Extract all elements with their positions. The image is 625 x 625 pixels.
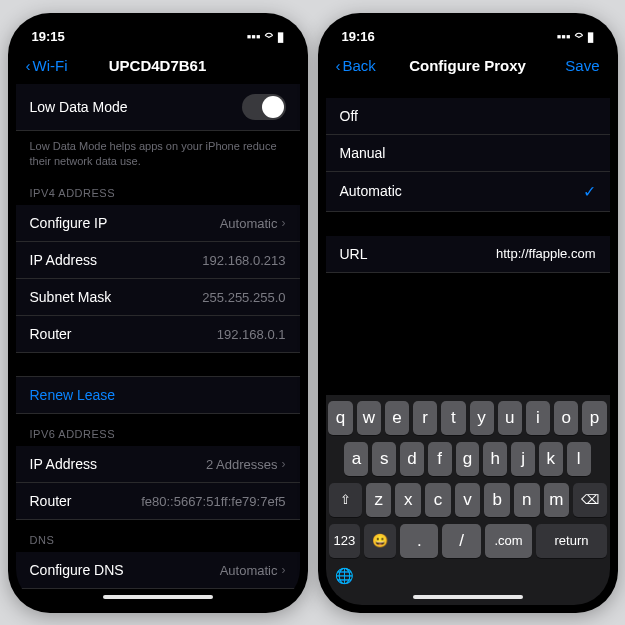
- back-button[interactable]: ‹ Wi-Fi: [26, 57, 68, 74]
- nav-bar: ‹ Wi-Fi UPCD4D7B61: [16, 48, 300, 84]
- chevron-right-icon: ›: [282, 216, 286, 230]
- key-dot[interactable]: .: [400, 524, 438, 558]
- option-label: Off: [340, 108, 358, 124]
- wifi-icon: ⌔: [265, 29, 273, 44]
- option-manual[interactable]: Manual: [326, 135, 610, 172]
- low-data-footer: Low Data Mode helps apps on your iPhone …: [16, 131, 300, 174]
- key-return[interactable]: return: [536, 524, 606, 558]
- wifi-icon: ⌔: [575, 29, 583, 44]
- row-value: Automatic›: [220, 216, 286, 231]
- key-q[interactable]: q: [328, 401, 352, 435]
- router-row: Router 192.168.0.1: [16, 316, 300, 353]
- key-dotcom[interactable]: .com: [485, 524, 533, 558]
- key-x[interactable]: x: [395, 483, 421, 517]
- key-slash[interactable]: /: [442, 524, 480, 558]
- low-data-label: Low Data Mode: [30, 99, 128, 115]
- key-r[interactable]: r: [413, 401, 437, 435]
- row-value: Automatic›: [220, 563, 286, 578]
- page-title: UPCD4D7B61: [109, 57, 207, 74]
- key-v[interactable]: v: [455, 483, 481, 517]
- chevron-left-icon: ‹: [26, 57, 31, 74]
- row-label: Subnet Mask: [30, 289, 112, 305]
- row-label: IP Address: [30, 252, 97, 268]
- key-c[interactable]: c: [425, 483, 451, 517]
- screen-left: 19:15 ▪▪▪ ⌔ ▮ ‹ Wi-Fi UPCD4D7B61 Low Dat…: [16, 21, 300, 605]
- key-t[interactable]: t: [441, 401, 465, 435]
- key-k[interactable]: k: [539, 442, 563, 476]
- key-u[interactable]: u: [498, 401, 522, 435]
- signal-icon: ▪▪▪: [557, 29, 571, 44]
- ipv6-router-row: Router fe80::5667:51ff:fe79:7ef5: [16, 483, 300, 520]
- key-l[interactable]: l: [567, 442, 591, 476]
- key-h[interactable]: h: [483, 442, 507, 476]
- keyboard-row-2: a s d f g h j k l: [329, 442, 607, 476]
- save-button[interactable]: Save: [565, 57, 599, 74]
- dns-header: DNS: [16, 520, 300, 552]
- renew-lease-button[interactable]: Renew Lease: [16, 377, 300, 414]
- key-b[interactable]: b: [484, 483, 510, 517]
- url-row[interactable]: URL http://ffapple.com: [326, 236, 610, 273]
- keyboard-row-1: q w e r t y u i o p: [329, 401, 607, 435]
- key-s[interactable]: s: [372, 442, 396, 476]
- key-emoji[interactable]: 😀: [364, 524, 396, 558]
- status-icons: ▪▪▪ ⌔ ▮: [247, 29, 284, 44]
- key-g[interactable]: g: [456, 442, 480, 476]
- signal-icon: ▪▪▪: [247, 29, 261, 44]
- globe-icon[interactable]: 🌐: [329, 565, 607, 585]
- spacer: [16, 353, 300, 377]
- ipv6-header: IPV6 ADDRESS: [16, 414, 300, 446]
- key-m[interactable]: m: [544, 483, 570, 517]
- row-label: Configure DNS: [30, 562, 124, 578]
- key-shift[interactable]: ⇧: [329, 483, 362, 517]
- subnet-mask-row: Subnet Mask 255.255.255.0: [16, 279, 300, 316]
- row-value: 192.168.0.213: [202, 253, 285, 268]
- url-input[interactable]: http://ffapple.com: [496, 246, 596, 261]
- chevron-left-icon: ‹: [336, 57, 341, 74]
- key-d[interactable]: d: [400, 442, 424, 476]
- check-icon: ✓: [583, 182, 596, 201]
- option-label: Manual: [340, 145, 386, 161]
- phone-right: 19:16 ▪▪▪ ⌔ ▮ ‹ Back Configure Proxy Sav…: [318, 13, 618, 613]
- option-label: Automatic: [340, 183, 402, 199]
- home-indicator[interactable]: [103, 595, 213, 599]
- key-backspace[interactable]: ⌫: [573, 483, 606, 517]
- renew-lease-label: Renew Lease: [30, 387, 116, 403]
- key-i[interactable]: i: [526, 401, 550, 435]
- key-j[interactable]: j: [511, 442, 535, 476]
- key-y[interactable]: y: [470, 401, 494, 435]
- row-value: 192.168.0.1: [217, 327, 286, 342]
- key-a[interactable]: a: [344, 442, 368, 476]
- battery-icon: ▮: [277, 29, 284, 44]
- key-p[interactable]: p: [582, 401, 606, 435]
- settings-list[interactable]: Low Data Mode Low Data Mode helps apps o…: [16, 84, 300, 605]
- nav-bar: ‹ Back Configure Proxy Save: [326, 48, 610, 84]
- key-w[interactable]: w: [357, 401, 381, 435]
- key-n[interactable]: n: [514, 483, 540, 517]
- row-value: fe80::5667:51ff:fe79:7ef5: [141, 494, 285, 509]
- key-f[interactable]: f: [428, 442, 452, 476]
- option-automatic[interactable]: Automatic ✓: [326, 172, 610, 212]
- home-indicator[interactable]: [413, 595, 523, 599]
- url-label: URL: [340, 246, 368, 262]
- option-off[interactable]: Off: [326, 98, 610, 135]
- battery-icon: ▮: [587, 29, 594, 44]
- key-z[interactable]: z: [366, 483, 392, 517]
- key-e[interactable]: e: [385, 401, 409, 435]
- key-o[interactable]: o: [554, 401, 578, 435]
- page-title: Configure Proxy: [409, 57, 526, 74]
- row-value: 255.255.255.0: [202, 290, 285, 305]
- configure-ip-row[interactable]: Configure IP Automatic›: [16, 205, 300, 242]
- back-button[interactable]: ‹ Back: [336, 57, 376, 74]
- ip-address-row: IP Address 192.168.0.213: [16, 242, 300, 279]
- key-123[interactable]: 123: [329, 524, 361, 558]
- chevron-right-icon: ›: [282, 457, 286, 471]
- ipv4-header: IPV4 ADDRESS: [16, 173, 300, 205]
- row-label: Router: [30, 326, 72, 342]
- back-label: Wi-Fi: [33, 57, 68, 74]
- phone-left: 19:15 ▪▪▪ ⌔ ▮ ‹ Wi-Fi UPCD4D7B61 Low Dat…: [8, 13, 308, 613]
- row-label: Configure IP: [30, 215, 108, 231]
- dns-row[interactable]: Configure DNS Automatic›: [16, 552, 300, 589]
- low-data-toggle[interactable]: [242, 94, 286, 120]
- ipv6-address-row[interactable]: IP Address 2 Addresses›: [16, 446, 300, 483]
- low-data-row[interactable]: Low Data Mode: [16, 84, 300, 131]
